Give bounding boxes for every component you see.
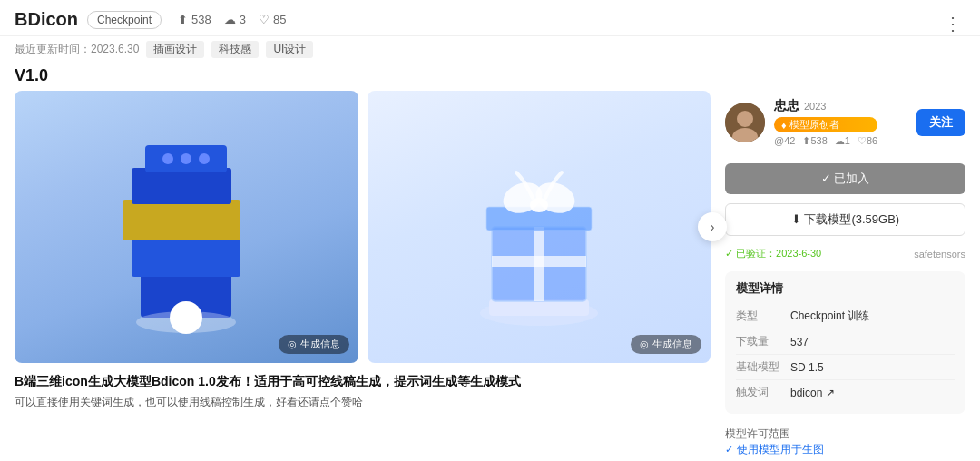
detail-value-type: Checkpoint 训练 bbox=[790, 309, 869, 324]
badge-label: 模型原创者 bbox=[789, 118, 839, 132]
detail-label-trigger: 触发词 bbox=[736, 385, 790, 400]
checkpoint-badge[interactable]: Checkpoint bbox=[87, 11, 162, 29]
tag-ui[interactable]: UI设计 bbox=[266, 41, 313, 58]
svg-point-9 bbox=[170, 301, 202, 334]
upload-count: 538 bbox=[191, 13, 211, 26]
author-card: 忠忠 2023 ♦ 模型原创者 @42 ⬆538 ☁1 ♡86 bbox=[725, 91, 965, 154]
author-stat-2: ⬆538 bbox=[802, 135, 827, 147]
content-left: ◎ 生成信息 › bbox=[15, 91, 710, 457]
author-stats: @42 ⬆538 ☁1 ♡86 bbox=[774, 135, 877, 147]
image-card-left: ◎ 生成信息 bbox=[15, 91, 358, 363]
permission-link[interactable]: ✓ 使用模型用于生图 bbox=[725, 442, 965, 457]
verify-row: ✓ 已验证：2023-6-30 safetensors bbox=[725, 245, 965, 262]
detail-row-downloads: 下载量 537 bbox=[736, 329, 955, 355]
svg-rect-1 bbox=[132, 236, 240, 277]
detail-row-base: 基础模型 SD 1.5 bbox=[736, 355, 955, 380]
header-stats: ⬆ 538 ☁ 3 ♡ 85 bbox=[178, 13, 286, 26]
description-subtitle: 可以直接使用关键词生成，也可以使用线稿控制生成，好看还请点个赞哈 bbox=[15, 394, 710, 411]
follow-button[interactable]: 关注 bbox=[916, 109, 965, 136]
header: BDicon Checkpoint ⬆ 538 ☁ 3 ♡ 85 ⋮ bbox=[0, 0, 980, 36]
detail-value-trigger: bdicon ↗ bbox=[790, 387, 835, 399]
sidebar: 忠忠 2023 ♦ 模型原创者 @42 ⬆538 ☁1 ♡86 bbox=[725, 91, 965, 457]
author-info: 忠忠 2023 ♦ 模型原创者 @42 ⬆538 ☁1 ♡86 bbox=[774, 98, 877, 147]
tag-illustration[interactable]: 插画设计 bbox=[146, 41, 204, 58]
nav-arrow[interactable]: › bbox=[698, 212, 727, 241]
version-row: V1.0 bbox=[0, 63, 980, 91]
author-stat-3: ☁1 bbox=[835, 135, 850, 147]
svg-point-20 bbox=[737, 111, 753, 127]
detail-label-base: 基础模型 bbox=[736, 359, 790, 375]
author-stat-4: ♡86 bbox=[858, 135, 877, 147]
author-year: 2023 bbox=[804, 101, 826, 112]
robot-icon-display bbox=[15, 91, 358, 363]
version-label: V1.0 bbox=[15, 66, 48, 84]
permission-link-text: 使用模型用于生图 bbox=[737, 442, 824, 457]
model-count: 3 bbox=[240, 13, 246, 26]
generate-info-btn-left[interactable]: ◎ 生成信息 bbox=[279, 335, 349, 354]
download-button[interactable]: ⬇ 下载模型(3.59GB) bbox=[725, 203, 965, 236]
detail-value-base: SD 1.5 bbox=[790, 361, 824, 374]
images-row: ◎ 生成信息 › bbox=[15, 91, 710, 363]
verify-label: ✓ 已验证：2023-6-30 bbox=[725, 247, 821, 260]
verify-format: safetensors bbox=[914, 249, 965, 260]
detail-value-downloads: 537 bbox=[790, 336, 808, 348]
main-content: ◎ 生成信息 › bbox=[0, 91, 980, 461]
model-icon: ☁ bbox=[224, 13, 236, 26]
detail-row-trigger: 触发词 bdicon ↗ bbox=[736, 380, 955, 405]
gift-icon-display bbox=[368, 91, 711, 363]
generate-info-btn-right[interactable]: ◎ 生成信息 bbox=[631, 335, 701, 354]
generate-icon-right: ◎ bbox=[640, 338, 649, 350]
meta-row: 最近更新时间：2023.6.30 插画设计 科技感 UI设计 bbox=[0, 36, 980, 63]
author-name: 忠忠 bbox=[774, 98, 799, 114]
model-details-title: 模型详情 bbox=[736, 280, 955, 297]
author-badge: ♦ 模型原创者 bbox=[774, 117, 877, 132]
heart-icon: ♡ bbox=[259, 13, 270, 26]
model-details: 模型详情 类型 Checkpoint 训练 下载量 537 基础模型 SD 1.… bbox=[725, 271, 965, 414]
model-permission: 模型许可范围 ✓ 使用模型用于生图 bbox=[725, 423, 965, 457]
update-time: 最近更新时间：2023.6.30 bbox=[15, 42, 139, 57]
svg-rect-2 bbox=[122, 200, 240, 240]
svg-point-7 bbox=[199, 153, 210, 164]
permission-icon: ✓ bbox=[725, 444, 733, 456]
image-card-right: ◎ 生成信息 bbox=[368, 91, 711, 363]
svg-point-18 bbox=[530, 198, 548, 212]
svg-point-6 bbox=[181, 153, 191, 164]
stat-upload: ⬆ 538 bbox=[178, 13, 211, 26]
description-title: B端三维icon生成大模型Bdicon 1.0发布！适用于高可控线稿生成，提示词… bbox=[15, 372, 710, 391]
author-left: 忠忠 2023 ♦ 模型原创者 @42 ⬆538 ☁1 ♡86 bbox=[725, 98, 877, 147]
stat-models: ☁ 3 bbox=[224, 13, 246, 26]
description-area: B端三维icon生成大模型Bdicon 1.0发布！适用于高可控线稿生成，提示词… bbox=[15, 363, 710, 411]
detail-label-downloads: 下载量 bbox=[736, 334, 790, 349]
author-avatar bbox=[725, 103, 765, 142]
badge-icon: ♦ bbox=[781, 120, 787, 131]
generate-icon-left: ◎ bbox=[288, 338, 297, 350]
likes-count: 85 bbox=[273, 13, 286, 26]
upload-icon: ⬆ bbox=[178, 13, 188, 26]
detail-label-type: 类型 bbox=[736, 309, 790, 324]
more-button[interactable]: ⋮ bbox=[940, 9, 965, 38]
author-stat-1: @42 bbox=[774, 135, 795, 147]
app-title: BDicon bbox=[15, 9, 78, 30]
joined-button[interactable]: ✓ 已加入 bbox=[725, 163, 965, 194]
svg-rect-14 bbox=[534, 227, 544, 301]
detail-row-type: 类型 Checkpoint 训练 bbox=[736, 304, 955, 329]
permission-title: 模型许可范围 bbox=[725, 427, 965, 442]
tag-tech[interactable]: 科技感 bbox=[211, 41, 259, 58]
svg-rect-3 bbox=[132, 168, 231, 204]
svg-point-5 bbox=[162, 153, 173, 164]
stat-likes: ♡ 85 bbox=[259, 13, 286, 26]
